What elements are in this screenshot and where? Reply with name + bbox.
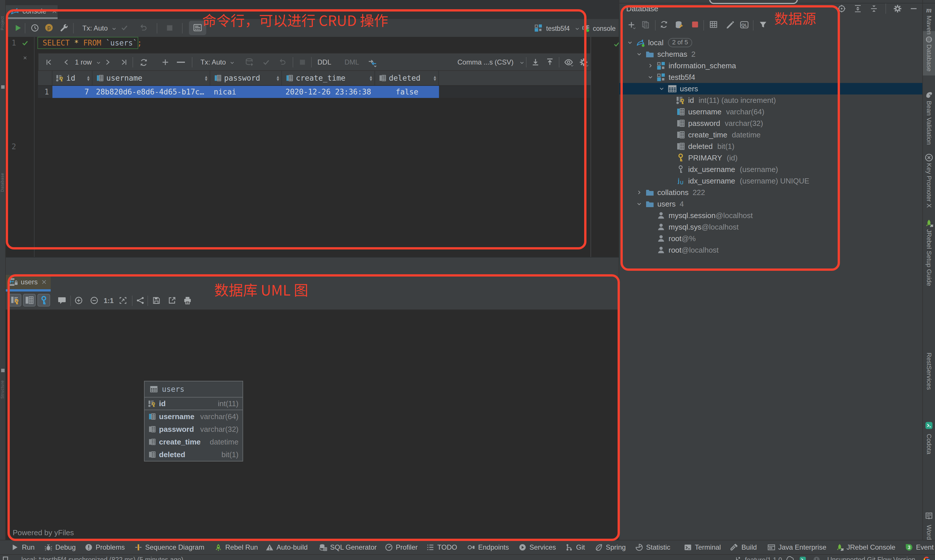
tool-button-run[interactable]: Run — [11, 540, 35, 554]
close-icon[interactable] — [51, 8, 58, 15]
tool-button-git[interactable]: Git — [565, 540, 585, 554]
uml-node-users[interactable]: usersidint(11)usernamevarchar(64)passwor… — [144, 381, 243, 462]
console-editor[interactable]: 1SELECT * FROM `users`;21 rowTx: AutoDDL… — [6, 37, 619, 257]
panel-settings-icon[interactable] — [893, 4, 902, 13]
tx-mode-select[interactable]: Tx: Auto — [82, 24, 108, 32]
settings-wrench-button-icon[interactable] — [59, 23, 69, 32]
chevron-right-icon[interactable] — [636, 189, 642, 195]
output-console-icon[interactable] — [193, 23, 202, 32]
tree-row-mysql.sys[interactable]: mysql.sys@localhost — [619, 221, 923, 233]
parameters-button-icon[interactable] — [45, 23, 54, 32]
tool-button-java-enterprise[interactable]: Java Enterprise — [767, 540, 826, 554]
tool-button-spring[interactable]: Spring — [595, 540, 626, 554]
close-results-icon[interactable] — [23, 55, 28, 60]
stripe-item-key-promoter-x[interactable]: Key Promoter X — [925, 163, 933, 208]
cell-create-time[interactable]: 2020-12-26 23:36:38 — [282, 86, 375, 98]
tree-row-users[interactable]: users — [619, 83, 923, 94]
chevron-down-icon[interactable] — [647, 74, 654, 80]
save-diagram-icon[interactable] — [152, 296, 161, 305]
zoom-in-icon[interactable] — [74, 296, 83, 305]
tree-row-users[interactable]: users4 — [619, 198, 923, 210]
stripe-item-maven[interactable]: Maven — [925, 15, 933, 35]
expand-all-icon[interactable] — [853, 4, 863, 13]
tool-button-endpoints[interactable]: Endpoints — [467, 540, 509, 554]
dml-button[interactable]: DML — [344, 58, 359, 66]
table-row[interactable]: 1728b820d6-e8d6-4d65-b17c…nicai2020-12-2… — [38, 86, 591, 98]
export-format-select[interactable]: Comma ...s (CSV) — [457, 58, 514, 66]
results-rollback-icon[interactable] — [278, 58, 286, 66]
stripe-item-restservices[interactable]: RestServices — [925, 352, 933, 390]
chevron-down-icon[interactable] — [636, 201, 642, 207]
stripe-item-jrebel-setup-guide[interactable]: JRebel Setup Guide — [925, 229, 933, 286]
stripe-item-bean-validation[interactable]: Bean Validation — [925, 101, 933, 145]
chevron-right-icon[interactable] — [647, 63, 654, 69]
tool-button-jrebel-console[interactable]: JRebel Console — [836, 540, 895, 554]
edit-source-icon[interactable] — [725, 20, 734, 29]
sort-icon[interactable]: ▲▼ — [205, 75, 208, 81]
column-header-deleted[interactable]: deleted▲▼ — [375, 71, 439, 85]
tree-row-idx_username[interactable]: idx_username(username) — [619, 164, 923, 175]
tool-button-statistic[interactable]: Statistic — [635, 540, 670, 554]
compare-icon[interactable] — [368, 58, 377, 68]
apply-layout-icon[interactable] — [136, 296, 145, 305]
last-page-icon[interactable] — [120, 58, 128, 66]
previous-page-icon[interactable] — [62, 58, 70, 66]
rollback-button-icon[interactable] — [139, 24, 148, 32]
tool-button-auto-build[interactable]: Auto-build — [266, 540, 308, 554]
show-key-columns-button[interactable] — [9, 294, 21, 306]
sync-icon[interactable] — [660, 20, 668, 29]
toolwindow-toggle-icon[interactable] — [3, 557, 8, 560]
tool-button-problems[interactable]: Problems — [85, 540, 125, 554]
tree-row-testb5f4[interactable]: testb5f4 — [619, 71, 923, 83]
filter-icon[interactable] — [759, 20, 767, 29]
uml-node-header[interactable]: users — [145, 382, 243, 397]
gitflow-warning[interactable]: Unsupported Git Flow Version — [827, 556, 915, 560]
key-promoter-x-stripe-icon[interactable] — [925, 153, 933, 162]
results-stop-icon[interactable] — [298, 58, 306, 66]
sort-icon[interactable]: ▲▼ — [87, 75, 89, 81]
uml-field-row[interactable]: deletedbit(1) — [145, 448, 243, 461]
tool-button-debug[interactable]: Debug — [45, 540, 76, 554]
tool-button-rebel-run[interactable]: Rebel Run — [214, 540, 258, 554]
stripe-item-codota[interactable]: Codota — [925, 434, 933, 454]
locate-icon[interactable] — [837, 4, 846, 13]
history-button-icon[interactable] — [31, 24, 39, 32]
bean-validation-stripe-icon[interactable] — [925, 91, 933, 99]
tool-button-event-l[interactable]: Event L — [905, 540, 935, 554]
results-settings-chevron-icon[interactable] — [585, 63, 589, 68]
tree-row-create_time[interactable]: create_timedatetime — [619, 129, 923, 141]
tx-chevron-icon[interactable] — [111, 26, 117, 32]
chevron-down-icon[interactable] — [636, 51, 642, 57]
first-page-icon[interactable] — [45, 58, 53, 66]
maven-stripe-icon[interactable] — [925, 6, 933, 14]
tool-button-build[interactable]: Build — [730, 540, 757, 554]
tool-button-sequence-diagram[interactable]: Sequence Diagram — [134, 540, 204, 554]
uml-field-row[interactable]: usernamevarchar(64) — [145, 410, 243, 423]
commit-button-icon[interactable] — [120, 24, 128, 32]
schema-switcher[interactable]: testb5f4 — [546, 25, 570, 32]
codota-stripe-icon[interactable] — [925, 421, 933, 430]
view-options-chevron-icon[interactable] — [570, 63, 574, 68]
export-diagram-icon[interactable] — [168, 296, 176, 305]
ddl-button[interactable]: DDL — [317, 58, 331, 66]
sort-icon[interactable]: ▲▼ — [370, 75, 372, 81]
schema-switcher-icon[interactable] — [534, 24, 543, 32]
column-header-create-time[interactable]: create_time▲▼ — [282, 71, 375, 85]
reload-page-icon[interactable] — [139, 58, 148, 67]
rows-chevron-icon[interactable] — [95, 60, 101, 66]
tool-button-profiler[interactable]: Profiler — [385, 540, 418, 554]
results-tx-select[interactable]: Tx: Auto — [200, 58, 226, 66]
cell-deleted[interactable]: false — [375, 86, 439, 98]
notification-icon[interactable] — [813, 556, 820, 560]
tree-row-username[interactable]: usernamevarchar(64) — [619, 106, 923, 117]
tool-button-terminal[interactable]: Terminal — [684, 540, 721, 554]
sql-statement[interactable]: SELECT * FROM `users`; — [43, 37, 142, 49]
zoom-out-icon[interactable] — [90, 296, 98, 305]
session-switcher[interactable]: console — [593, 25, 615, 32]
cell-password[interactable]: nicai — [210, 86, 282, 98]
hide-panel-icon[interactable] — [909, 4, 918, 13]
sort-icon[interactable]: ▲▼ — [277, 75, 279, 81]
submit-db-icon[interactable] — [245, 58, 254, 67]
stripe-label-project[interactable]: Project — [0, 16, 5, 30]
tool-button-sql-generator[interactable]: SQL Generator — [319, 540, 377, 554]
